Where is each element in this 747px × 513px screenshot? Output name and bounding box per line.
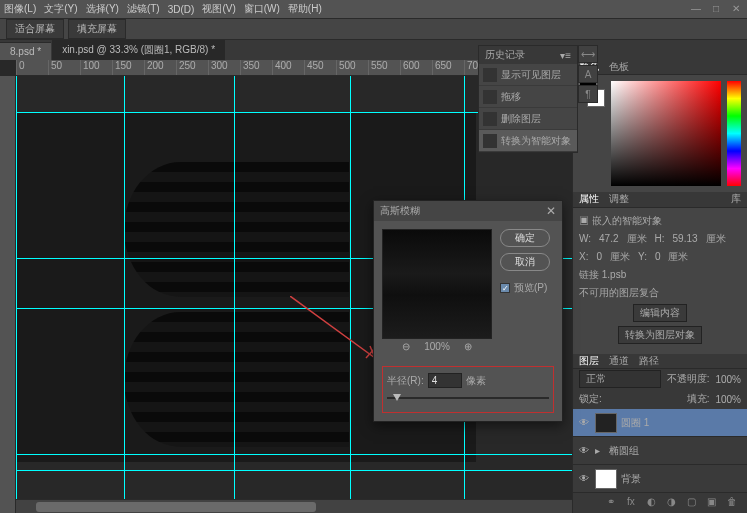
new-layer-icon[interactable]: ▣ (707, 496, 721, 510)
menu-3d[interactable]: 3D(D) (168, 4, 195, 15)
cancel-button[interactable]: 取消 (500, 253, 550, 271)
tab-layers[interactable]: 图层 (579, 354, 599, 368)
ruler-tick: 500 (336, 60, 368, 75)
tab-adjust[interactable]: 调整 (609, 192, 629, 206)
tab-doc2[interactable]: xin.psd @ 33.3% (圆圈1, RGB/8) * (52, 39, 225, 60)
tab-swatches[interactable]: 色板 (609, 60, 629, 74)
h-value[interactable]: 59.13 (673, 233, 698, 244)
slider-knob[interactable] (393, 394, 401, 401)
blur-preview[interactable] (382, 229, 492, 339)
fill-screen-button[interactable]: 填充屏幕 (68, 19, 126, 39)
dialog-title: 高斯模糊 (380, 204, 420, 218)
history-title: 历史记录 (485, 48, 525, 62)
menu-filter[interactable]: 滤镜(T) (127, 2, 160, 16)
right-panel: 颜色 色板 属性 调整 库 ▣ 嵌入的智能对象 W:47.2厘米 H:59.13… (572, 60, 747, 513)
convert-layer-button[interactable]: 转换为图层对象 (618, 326, 702, 344)
visibility-icon[interactable]: 👁 (577, 472, 591, 486)
preview-checkbox[interactable]: ✓ 预览(P) (500, 281, 550, 295)
tab-channels[interactable]: 通道 (609, 354, 629, 368)
y-unit: 厘米 (668, 250, 688, 264)
ok-button[interactable]: 确定 (500, 229, 550, 247)
link-layers-icon[interactable]: ⚭ (607, 496, 621, 510)
guide-horizontal[interactable] (16, 454, 572, 455)
x-unit: 厘米 (610, 250, 630, 264)
ruler-tick: 200 (144, 60, 176, 75)
layer-name[interactable]: 背景 (621, 472, 641, 486)
document-tabs: 8.psd * xin.psd @ 33.3% (圆圈1, RGB/8) * (0, 40, 747, 60)
collapsed-tab[interactable]: ⟷ (578, 45, 598, 63)
layer-name[interactable]: 椭圆组 (609, 444, 639, 458)
guide-vertical[interactable] (234, 76, 235, 513)
menu-view[interactable]: 视图(V) (202, 2, 235, 16)
maximize-button[interactable]: □ (709, 2, 723, 14)
panel-menu-icon[interactable]: ▾≡ (560, 50, 571, 61)
close-icon[interactable]: ✕ (546, 204, 556, 218)
menu-text[interactable]: 文字(Y) (44, 2, 77, 16)
guide-horizontal[interactable] (16, 470, 572, 471)
radius-label: 半径(R): (387, 374, 424, 388)
tab-properties[interactable]: 属性 (579, 192, 599, 206)
ruler-tick: 400 (272, 60, 304, 75)
edit-content-button[interactable]: 编辑内容 (633, 304, 687, 322)
opacity-value[interactable]: 100% (715, 374, 741, 385)
trash-icon[interactable]: 🗑 (727, 496, 741, 510)
history-item[interactable]: 显示可见图层 (479, 64, 577, 86)
ruler-tick: 100 (80, 60, 112, 75)
radius-slider[interactable] (387, 394, 549, 402)
fit-screen-button[interactable]: 适合屏幕 (6, 19, 64, 39)
collapsed-tab[interactable]: A (578, 65, 598, 83)
history-item[interactable]: 拖移 (479, 86, 577, 108)
guide-vertical[interactable] (16, 76, 17, 513)
blend-mode-select[interactable]: 正常 (579, 370, 661, 388)
scrollbar-thumb[interactable] (36, 502, 316, 512)
collapsed-tab[interactable]: ¶ (578, 85, 598, 103)
tab-library[interactable]: 库 (731, 192, 741, 206)
adjustment-icon[interactable]: ◑ (667, 496, 681, 510)
menu-help[interactable]: 帮助(H) (288, 2, 322, 16)
ruler-tick: 0 (16, 60, 48, 75)
hue-slider[interactable] (727, 81, 741, 186)
radius-input[interactable] (428, 373, 462, 388)
tab-doc1[interactable]: 8.psd * (0, 42, 51, 60)
zoom-in-icon[interactable]: ⊕ (464, 341, 472, 352)
props-panel-header: 属性 调整 库 (573, 192, 747, 207)
ruler-vertical[interactable] (0, 76, 16, 513)
tab-paths[interactable]: 路径 (639, 354, 659, 368)
minimize-button[interactable]: — (689, 2, 703, 14)
layer-thumb (595, 469, 617, 489)
y-value[interactable]: 0 (655, 251, 661, 262)
w-value[interactable]: 47.2 (599, 233, 618, 244)
color-picker[interactable] (611, 81, 721, 186)
ruler-tick: 350 (240, 60, 272, 75)
x-label: X: (579, 251, 588, 262)
visibility-icon[interactable]: 👁 (577, 444, 591, 458)
visibility-icon[interactable]: 👁 (577, 416, 591, 430)
folder-icon[interactable]: ▢ (687, 496, 701, 510)
menu-select[interactable]: 选择(Y) (86, 2, 119, 16)
guide-vertical[interactable] (124, 76, 125, 513)
ruler-tick: 600 (400, 60, 432, 75)
close-button[interactable]: ✕ (729, 2, 743, 14)
x-value[interactable]: 0 (596, 251, 602, 262)
menu-window[interactable]: 窗口(W) (244, 2, 280, 16)
layer-row[interactable]: 👁 ▸ 椭圆组 (573, 437, 747, 465)
menu-image[interactable]: 图像(L) (4, 2, 36, 16)
layer-row[interactable]: 👁 背景 (573, 465, 747, 493)
history-icon (483, 112, 497, 126)
h-label: H: (655, 233, 665, 244)
layer-row[interactable]: 👁 圆圈 1 (573, 409, 747, 437)
scrollbar-horizontal[interactable] (16, 499, 572, 513)
fill-value[interactable]: 100% (715, 394, 741, 405)
ruler-tick: 450 (304, 60, 336, 75)
zoom-out-icon[interactable]: ⊖ (402, 341, 410, 352)
history-item[interactable]: 转换为智能对象 (479, 130, 577, 152)
radius-unit: 像素 (466, 374, 486, 388)
layer-name[interactable]: 圆圈 1 (621, 416, 649, 430)
guide-vertical[interactable] (350, 76, 351, 513)
history-label: 转换为智能对象 (501, 134, 571, 148)
fx-icon[interactable]: fx (627, 496, 641, 510)
ruler-tick: 300 (208, 60, 240, 75)
history-item[interactable]: 删除图层 (479, 108, 577, 130)
mask-icon[interactable]: ◐ (647, 496, 661, 510)
ruler-tick: 650 (432, 60, 464, 75)
